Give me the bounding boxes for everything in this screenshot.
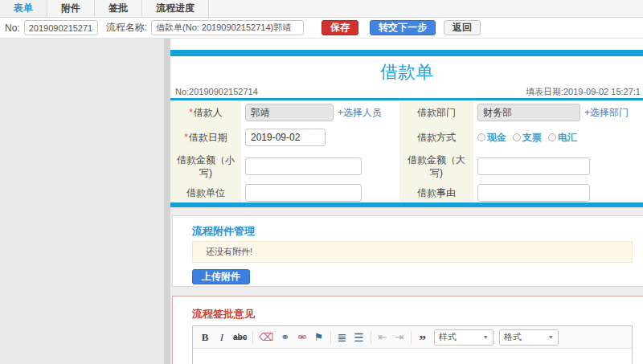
amount-small-input[interactable] bbox=[245, 157, 362, 175]
toolbar-separator bbox=[371, 331, 371, 344]
form-no-text: No:20190902152714 bbox=[175, 85, 258, 98]
loan-reason-input[interactable] bbox=[477, 184, 590, 202]
no-input[interactable] bbox=[24, 20, 98, 35]
strikethrough-icon[interactable]: abc bbox=[233, 330, 247, 345]
bold-icon[interactable]: B bbox=[199, 330, 211, 345]
loan-reason-label: 借款事由 bbox=[417, 186, 456, 199]
radio-cheque-label: 支票 bbox=[522, 131, 542, 145]
format-dropdown-label: 格式 bbox=[504, 331, 522, 343]
amount-big-field-cell bbox=[473, 150, 643, 182]
loan-date-label-cell: *借款日期 bbox=[170, 125, 241, 150]
chevron-down-icon: ▼ bbox=[483, 334, 489, 340]
form-toolbar: No: 流程名称: 保存 转交下一步 返回 bbox=[0, 18, 643, 39]
loan-unit-label-cell: 借款单位 bbox=[170, 182, 241, 202]
save-button[interactable]: 保存 bbox=[322, 20, 358, 35]
loan-reason-label-cell: 借款事由 bbox=[399, 182, 473, 202]
approval-heading: 流程签批意见 bbox=[192, 307, 255, 321]
loan-method-label: 借款方式 bbox=[417, 131, 456, 144]
next-step-button[interactable]: 转交下一步 bbox=[370, 20, 436, 35]
tab-progress[interactable]: 流程进度 bbox=[142, 0, 209, 17]
loan-unit-field-cell bbox=[241, 182, 399, 202]
toolbar-separator bbox=[330, 331, 331, 344]
loan-method-label-cell: 借款方式 bbox=[399, 125, 473, 150]
department-label: 借款部门 bbox=[417, 106, 456, 119]
bulleted-list-icon[interactable]: ☰ bbox=[354, 330, 365, 345]
form-meta-row: No:20190902152714 填表日期:2019-09-02 15:27:… bbox=[175, 85, 641, 98]
loan-date-label: 借款日期 bbox=[189, 132, 227, 143]
amount-small-label: 借款金额（小写) bbox=[175, 153, 236, 179]
amount-small-label-cell: 借款金额（小写) bbox=[170, 150, 241, 182]
styles-dropdown[interactable]: 样式 ▼ bbox=[434, 329, 494, 346]
upload-attachment-button[interactable]: 上传附件 bbox=[192, 269, 250, 284]
department-input[interactable] bbox=[477, 104, 580, 121]
process-name-input[interactable] bbox=[151, 20, 304, 35]
loan-unit-label: 借款单位 bbox=[186, 186, 225, 199]
tab-attachments[interactable]: 附件 bbox=[47, 0, 95, 17]
department-field-cell: +选择部门 bbox=[473, 100, 643, 125]
tab-approval[interactable]: 签批 bbox=[95, 0, 142, 17]
required-marker: * bbox=[189, 107, 193, 118]
no-attachments-message: 还没有附件! bbox=[192, 241, 633, 263]
indent-icon[interactable]: ⇥ bbox=[394, 330, 405, 345]
form-date-text: 填表日期:2019-09-02 15:27:1 bbox=[526, 85, 641, 98]
borrower-label-cell: *借款人 bbox=[170, 100, 241, 125]
format-dropdown[interactable]: 格式 ▼ bbox=[499, 329, 559, 346]
tab-attachments-label: 附件 bbox=[61, 2, 80, 15]
radio-cheque[interactable]: 支票 bbox=[513, 131, 542, 145]
amount-big-input[interactable] bbox=[477, 157, 590, 175]
page-background: 借款单 No:20190902152714 填表日期:2019-09-02 15… bbox=[0, 39, 643, 364]
chevron-down-icon: ▼ bbox=[548, 334, 554, 340]
tab-form[interactable]: 表单 bbox=[0, 0, 47, 17]
required-marker: * bbox=[184, 132, 188, 143]
back-button[interactable]: 返回 bbox=[444, 20, 481, 35]
form-fields-table: *借款人 +选择人员 借款部门 +选择部门 *借款日期 借款方式 bbox=[170, 100, 643, 202]
form-top-bar bbox=[170, 50, 643, 56]
no-label: No: bbox=[5, 22, 20, 34]
attachments-card: 流程附件管理 还没有附件! 上传附件 bbox=[172, 215, 643, 287]
tab-progress-label: 流程进度 bbox=[156, 2, 195, 15]
tab-form-label: 表单 bbox=[14, 2, 33, 15]
borrower-label: 借款人 bbox=[194, 107, 223, 118]
outdent-icon[interactable]: ⇤ bbox=[377, 330, 388, 345]
comment-editor: B I abc ⌫ ⚭ ⚮ ⚑ ≣ ☰ ⇤ ⇥ bbox=[192, 325, 633, 364]
loan-date-input[interactable] bbox=[245, 129, 326, 146]
radio-cash-circle[interactable] bbox=[477, 133, 485, 141]
amount-big-label: 借款金额（大写) bbox=[404, 153, 469, 179]
numbered-list-icon[interactable]: ≣ bbox=[337, 330, 348, 345]
loan-reason-field-cell bbox=[473, 182, 643, 202]
panel-divider bbox=[164, 39, 170, 364]
radio-wire[interactable]: 电汇 bbox=[548, 131, 577, 145]
department-label-cell: 借款部门 bbox=[399, 100, 473, 125]
main-tab-bar: 表单 附件 签批 流程进度 bbox=[0, 0, 643, 18]
borrower-field-cell: +选择人员 bbox=[241, 100, 399, 125]
pick-person-link[interactable]: +选择人员 bbox=[338, 106, 382, 120]
loan-date-field-cell bbox=[241, 125, 399, 150]
borrower-input[interactable] bbox=[245, 104, 334, 121]
radio-wire-circle[interactable] bbox=[548, 133, 556, 141]
styles-dropdown-label: 样式 bbox=[439, 331, 457, 343]
italic-icon[interactable]: I bbox=[216, 330, 227, 345]
editor-toolbar: B I abc ⌫ ⚭ ⚮ ⚑ ≣ ☰ ⇤ ⇥ bbox=[193, 326, 632, 349]
attachments-heading: 流程附件管理 bbox=[192, 224, 255, 239]
amount-small-field-cell bbox=[241, 150, 399, 182]
radio-cheque-circle[interactable] bbox=[513, 133, 521, 141]
toolbar-separator bbox=[411, 331, 412, 344]
app-window: 表单 附件 签批 流程进度 No: 流程名称: 保存 转交下一步 返回 借款单 … bbox=[0, 0, 643, 364]
radio-cash[interactable]: 现金 bbox=[477, 131, 506, 145]
radio-wire-label: 电汇 bbox=[558, 131, 577, 145]
editor-content-area[interactable] bbox=[193, 349, 632, 364]
pick-department-link[interactable]: +选择部门 bbox=[584, 106, 629, 120]
process-name-label: 流程名称: bbox=[106, 21, 147, 35]
unlink-icon[interactable]: ⚮ bbox=[297, 330, 308, 345]
radio-cash-label: 现金 bbox=[487, 131, 506, 145]
blockquote-icon[interactable]: ” bbox=[417, 330, 428, 345]
form-title: 借款单 bbox=[170, 59, 643, 85]
approval-comments-card: 流程签批意见 B I abc ⌫ ⚭ ⚮ ⚑ ≣ ☰ bbox=[172, 296, 643, 364]
loan-method-field-cell: 现金 支票 电汇 bbox=[473, 125, 643, 150]
loan-method-radio-group: 现金 支票 电汇 bbox=[477, 131, 577, 145]
tab-approval-label: 签批 bbox=[109, 2, 128, 15]
link-icon[interactable]: ⚭ bbox=[280, 330, 291, 345]
remove-format-icon[interactable]: ⌫ bbox=[259, 330, 273, 345]
loan-unit-input[interactable] bbox=[245, 184, 362, 202]
anchor-icon[interactable]: ⚑ bbox=[313, 330, 325, 345]
